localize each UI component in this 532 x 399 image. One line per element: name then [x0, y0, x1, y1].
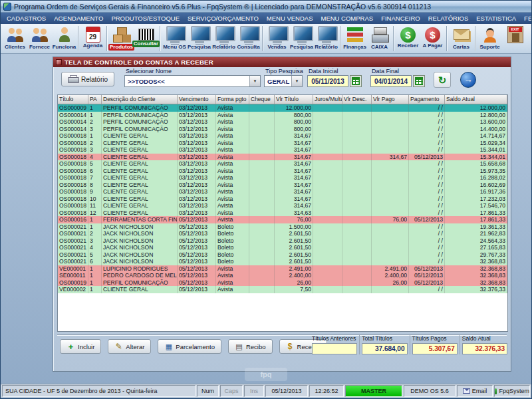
data-final-field[interactable]: 04/01/2014 [370, 75, 412, 87]
toolbar-button-cartas[interactable]: Cartas [449, 25, 473, 51]
relatorio-button[interactable]: Relatório [61, 72, 114, 86]
table-cell: JACK NICHOLSON [102, 244, 178, 251]
table-row[interactable]: OS0000216JACK NICHOLSON05/12/2013Boleto2… [58, 258, 507, 265]
toolbar-button-consultar[interactable]: Consultar [134, 25, 158, 47]
receipt-icon [235, 342, 243, 351]
toolbar-button-label: Produtos [108, 44, 134, 51]
menu-item-cadastros[interactable]: CADASTROS [3, 13, 50, 24]
toolbar-button-relatorio[interactable]: Relatório [211, 25, 236, 51]
selecionar-nome-select[interactable]: >>TODOS<< ▼ [124, 75, 261, 87]
table-row[interactable]: OS0000181CLIENTE GERAL03/12/2013Avista31… [58, 132, 507, 140]
toolbar-button-produtos[interactable]: Produtos [109, 25, 134, 51]
column-header-forma-pgto[interactable]: Forma pgto [216, 95, 249, 104]
table-cell: CLIENTE GERAL [102, 209, 178, 217]
menu-item-menu-compras[interactable]: MENU COMPRAS [317, 13, 377, 24]
table-cell [342, 196, 372, 203]
go-button[interactable]: → [460, 72, 476, 88]
column-header-titulo[interactable]: Título [58, 95, 88, 104]
menu-item-servico-orcamento[interactable]: SERVIÇO/ORÇAMENTO [184, 13, 263, 24]
table-row[interactable]: OS00001812CLIENTE GERAL03/12/2013Avista3… [58, 209, 507, 217]
table-row[interactable]: OS0000142PERFIL COMUNICAÇÃO03/12/2013Avi… [58, 118, 507, 126]
toolbar-button-financas[interactable]: Finanças [342, 25, 367, 51]
toolbar-button-fornece[interactable]: Fornece [27, 25, 52, 51]
data-inicial-calendar-button[interactable] [350, 75, 362, 87]
table-row[interactable]: OS0000183CLIENTE GERAL03/12/2013Avista31… [58, 146, 507, 154]
table-cell: Avista [216, 154, 249, 161]
column-header-vencimento[interactable]: Vencimento [178, 95, 216, 104]
incluir-button[interactable]: Incluir [60, 339, 101, 354]
table-row[interactable]: OS0000191PERFIL COMUNICAÇÃO05/12/2013Avi… [58, 279, 507, 287]
table-row[interactable]: OS0000184CLIENTE GERAL03/12/2013Avista31… [58, 154, 507, 161]
alterar-button[interactable]: Alterar [108, 339, 151, 354]
table-cell [313, 279, 342, 287]
table-row[interactable]: OS0000212JACK NICHOLSON05/12/2013Boleto2… [58, 230, 507, 237]
column-header-vlr-titulo[interactable]: Vlr Título [275, 95, 313, 104]
table-row[interactable]: SE0000111PEDRO CARDOSO DE MELO05/12/2013… [58, 272, 507, 279]
table-row[interactable]: OS00001811CLIENTE GERAL03/12/2013Avista3… [58, 202, 507, 209]
table-row[interactable]: OS0000189CLIENTE GERAL03/12/2013Avista31… [58, 188, 507, 196]
toolbar-button-suporte[interactable]: Suporte [477, 25, 502, 51]
table-cell: 7 [88, 174, 102, 182]
toolbar-button-menu-os[interactable]: Menu OS [162, 25, 187, 51]
table-row[interactable]: OS0000091PERFIL COMUNICAÇÃO03/12/2013Avi… [58, 104, 507, 112]
table-row[interactable]: VE0000011LUPICINIO RODRIGUES05/12/2013Av… [58, 265, 507, 273]
toolbar-button-pesquisa[interactable]: Pesquisa [187, 25, 211, 51]
menu-item-menu-vendas[interactable]: MENU VENDAS [263, 13, 317, 24]
toolbar-button-receber[interactable]: Receber [396, 25, 420, 49]
toolbar-button-vendas[interactable]: Vendas [265, 25, 289, 51]
table-cell: 19.361,33 [445, 223, 507, 231]
chevron-down-icon[interactable]: ▼ [291, 76, 302, 86]
tipo-pesquisa-select[interactable]: GERAL ▼ [264, 75, 303, 87]
column-header-juros-multa[interactable]: Juros/Multa [313, 95, 342, 104]
table-row[interactable]: OS0000161FERRAMENTAS CORTA FINO05/12/201… [58, 216, 507, 223]
table-row[interactable]: OS0000182CLIENTE GERAL03/12/2013Avista31… [58, 140, 507, 147]
table-row[interactable]: OS0000215JACK NICHOLSON05/12/2013Boleto2… [58, 251, 507, 259]
table-row[interactable]: OS0000185CLIENTE GERAL03/12/2013Avista31… [58, 160, 507, 168]
menu-item-estatistica[interactable]: ESTATISTICA [472, 13, 520, 24]
column-header-descricao-do-cliente[interactable]: Descrição do Cliente [102, 95, 178, 104]
menu-item-agendamento[interactable]: AGENDAMENTO [50, 13, 107, 24]
table-row[interactable]: OS0000188CLIENTE GERAL03/12/2013Avista31… [58, 182, 507, 189]
toolbar-button-agenda[interactable]: Agenda [80, 25, 105, 49]
column-header-vlr-pago[interactable]: Vlr Pago [372, 95, 409, 104]
table-row[interactable]: OS0000214JACK NICHOLSON05/12/2013Boleto2… [58, 244, 507, 251]
toolbar-button-exit[interactable] [503, 25, 527, 43]
chevron-down-icon[interactable]: ▼ [249, 76, 260, 86]
table-row[interactable]: OS0000186CLIENTE GERAL03/12/2013Avista31… [58, 168, 507, 175]
menu-item-financeiro[interactable]: FINANCEIRO [377, 13, 424, 24]
column-header-saldo-atual[interactable]: Saldo Atual [445, 95, 507, 104]
toolbar-button-funciona[interactable]: Funciona [52, 25, 76, 51]
table-row[interactable]: OS0000211JACK NICHOLSON05/12/2013Boleto1… [58, 223, 507, 231]
data-final-calendar-button[interactable] [413, 75, 425, 87]
window-title: Programa Ordem de Serviços Gerais & Fina… [14, 3, 431, 11]
table-cell: 05/12/2013 [178, 223, 216, 231]
table-cell: Avista [216, 112, 249, 119]
column-header-pa[interactable]: PA [88, 95, 102, 104]
column-header-pagamento[interactable]: Pagamento [409, 95, 445, 104]
table-row[interactable]: VE0000021CLIENTE GERAL05/12/2013Avista7,… [58, 286, 507, 293]
table-row[interactable]: OS0000187CLIENTE GERAL03/12/2013Avista31… [58, 174, 507, 182]
table-row[interactable]: OS00001810CLIENTE GERAL03/12/2013Avista3… [58, 196, 507, 203]
parcelamento-button[interactable]: Parcelamento [158, 339, 221, 354]
toolbar-button-a-pagar[interactable]: A Pagar [420, 25, 445, 49]
menu-item-relatorios[interactable]: RELATÓRIOS [424, 13, 473, 24]
menu-item-produtos-estoque[interactable]: PRODUTOS/ESTOQUE [107, 13, 184, 24]
table-cell: 2.601,50 [275, 251, 313, 259]
data-inicial-field[interactable]: 05/11/2013 [307, 75, 348, 87]
table-row[interactable]: OS0000143PERFIL COMUNICAÇÃO03/12/2013Avi… [58, 126, 507, 133]
column-header-vlr-desc[interactable]: Vlr Desc. [342, 95, 372, 104]
refresh-button[interactable]: ↻ [434, 72, 451, 88]
menu-item-ferramentas[interactable]: FERRAMENTAS [520, 13, 532, 24]
toolbar-button-relatorio[interactable]: Relatório [314, 25, 338, 51]
recibo-button[interactable]: Recibo [228, 339, 273, 354]
toolbar-button-clientes[interactable]: Clientes [3, 25, 27, 51]
menu-item-label: MENU VENDAS [267, 15, 313, 22]
toolbar-button-consulta[interactable]: Consulta [236, 25, 261, 51]
table-cell: OS000018 [58, 188, 88, 196]
table-row[interactable]: OS0000141PERFIL COMUNICAÇÃO03/12/2013Avi… [58, 112, 507, 119]
column-header-cheque[interactable]: Cheque [249, 95, 275, 104]
toolbar-button-caixa[interactable]: CAIXA [367, 25, 392, 51]
table-row[interactable]: OS0000213JACK NICHOLSON05/12/2013Boleto2… [58, 237, 507, 245]
table-cell: 1 [88, 104, 102, 112]
toolbar-button-pesquisa[interactable]: Pesquisa [289, 25, 314, 51]
